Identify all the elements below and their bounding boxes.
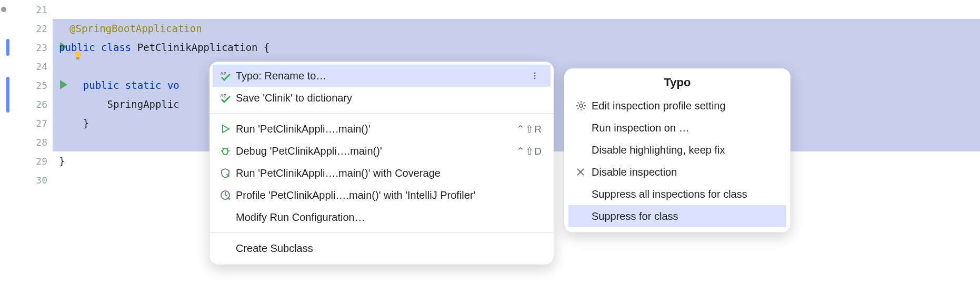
menu-item-label: Save 'Clinik' to dictionary [236, 92, 542, 104]
menu-item-label: Typo: Rename to… [236, 70, 527, 82]
code-token-keyword: class [101, 42, 131, 53]
svg-text:AZ: AZ [220, 71, 226, 76]
menu-item-label: Profile 'PetClinikAppli….main()' with 'I… [236, 189, 542, 201]
svg-line-20 [578, 103, 579, 104]
menu-item-label: Debug 'PetClinikAppli….main()' [236, 145, 516, 157]
svg-line-11 [227, 148, 228, 149]
menu-item-label: Create Subclass [236, 242, 542, 255]
svg-rect-1 [76, 57, 79, 59]
menu-item-label: Disable inspection [592, 166, 778, 178]
line-number: 29 [36, 156, 47, 167]
profile-icon [220, 190, 236, 200]
menu-item[interactable]: Modify Run Configuration… [213, 206, 551, 228]
svg-point-15 [579, 104, 583, 107]
code-token-brace: { [258, 42, 270, 53]
line-number: 27 [36, 118, 47, 129]
svg-point-4 [534, 75, 535, 76]
svg-line-23 [583, 103, 584, 104]
line-number: 26 [36, 99, 47, 110]
spell-icon: AZ [220, 70, 236, 82]
spell-icon: AZ [220, 92, 236, 104]
svg-point-7 [223, 148, 228, 155]
gear-icon [576, 100, 592, 111]
menu-item-label: Suppress for class [592, 210, 778, 222]
menu-item-label: Disable highlighting, keep fix [592, 144, 778, 156]
code-token-annotation: @SpringBootApplication [69, 23, 202, 34]
code-token-text: SpringApplic [107, 98, 179, 110]
menu-item[interactable]: Suppress all inspections for class [568, 183, 786, 205]
menu-item[interactable]: Suppress for class [568, 205, 786, 227]
menu-item-label: Run 'PetClinikAppli….main()' [236, 123, 516, 135]
menu-item[interactable]: Run 'PetClinikAppli….main()'⌃⇧R [213, 118, 551, 140]
menu-item[interactable]: Run inspection on … [568, 117, 786, 139]
menu-item[interactable]: AZSave 'Clinik' to dictionary [213, 87, 551, 109]
run-icon [220, 124, 236, 134]
line-number: 22 [36, 23, 47, 34]
svg-point-5 [534, 77, 535, 79]
debug-icon [220, 146, 236, 156]
menu-item-label: Edit inspection profile setting [592, 100, 778, 112]
line-number: 28 [36, 137, 47, 148]
menu-item[interactable]: AZTypo: Rename to… [213, 65, 551, 87]
gutter: 21 22 23 24 25 26 27 28 29 30 [0, 0, 53, 304]
menu-item-label: Modify Run Configuration… [236, 211, 542, 224]
more-options-icon[interactable] [527, 68, 542, 83]
breakpoint-dot[interactable] [1, 7, 6, 12]
separator [209, 113, 554, 114]
code-token-brace: } [59, 155, 65, 167]
svg-text:AZ: AZ [220, 93, 226, 98]
menu-item-shortcut: ⌃⇧R [516, 123, 542, 135]
popup-title: Typo [564, 68, 791, 94]
menu-item[interactable]: Create Subclass [213, 237, 551, 259]
separator [209, 232, 554, 233]
code-editor[interactable]: 21 22 23 24 25 26 27 28 29 30 @SpringBoo… [0, 0, 980, 304]
menu-item[interactable]: Profile 'PetClinikAppli….main()' with 'I… [213, 184, 551, 206]
menu-item[interactable]: Debug 'PetClinikAppli….main()'⌃⇧D [213, 140, 551, 162]
line-number: 21 [36, 4, 47, 15]
menu-item[interactable]: Disable highlighting, keep fix [568, 139, 786, 161]
line-number: 30 [36, 175, 47, 186]
svg-line-21 [583, 108, 584, 109]
menu-item[interactable]: Edit inspection profile setting [568, 95, 786, 117]
menu-item[interactable]: Run 'PetClinikAppli….main()' with Covera… [213, 162, 551, 184]
code-token-keyword: public [59, 42, 95, 53]
svg-point-3 [534, 72, 535, 74]
code-token-brace: } [83, 117, 89, 129]
intention-actions-popup: AZTypo: Rename to…AZSave 'Clinik' to dic… [209, 62, 554, 265]
menu-item-label: Suppress all inspections for class [592, 188, 778, 200]
x-icon [576, 167, 592, 177]
line-number: 24 [36, 61, 47, 72]
inspection-options-popup: Typo Edit inspection profile settingRun … [564, 68, 791, 232]
menu-item-shortcut: ⌃⇧D [516, 145, 542, 157]
svg-line-10 [222, 148, 224, 149]
svg-line-22 [578, 108, 579, 109]
menu-item-label: Run 'PetClinikAppli….main()' with Covera… [236, 167, 542, 179]
svg-line-14 [225, 195, 227, 196]
coverage-icon [220, 168, 236, 178]
menu-item[interactable]: Disable inspection [568, 161, 786, 183]
menu-item-label: Run inspection on … [592, 122, 778, 134]
code-token-keyword: public static vo [83, 79, 179, 91]
line-number: 25 [36, 80, 47, 91]
code-token-class-name: PetClinikApplication [137, 42, 258, 53]
line-number: 23 [36, 42, 47, 53]
